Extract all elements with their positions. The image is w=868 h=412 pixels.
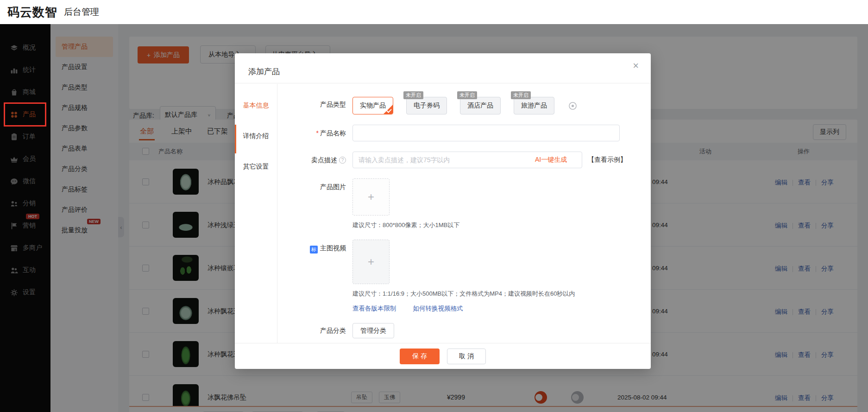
close-icon[interactable]: × bbox=[633, 61, 639, 71]
product-category-row: 产品分类 管理分类 bbox=[277, 323, 632, 338]
brand-logo: 码云数智 bbox=[7, 4, 57, 20]
main-video-label: 标主图视频 bbox=[277, 240, 346, 313]
required-mark: * bbox=[316, 129, 319, 137]
modal-title: 添加产品 bbox=[248, 66, 280, 77]
product-type-label: 产品类型 bbox=[277, 96, 346, 114]
not-enabled-badge: 未开启 bbox=[511, 91, 531, 99]
topbar: 码云数智 后台管理 bbox=[0, 0, 868, 24]
product-type-row: 产品类型 实物产品 电子券码 未开启 酒店产品 未开启 旅游产品 bbox=[277, 96, 632, 114]
product-category-label: 产品分类 bbox=[277, 323, 346, 338]
sell-point-row: 卖点描述? AI一键生成 【查看示例】 bbox=[277, 152, 632, 168]
save-button[interactable]: 保 存 bbox=[400, 349, 440, 364]
product-name-label: *产品名称 bbox=[277, 125, 346, 141]
sell-point-label: 卖点描述? bbox=[277, 152, 346, 168]
tab-detail-intro[interactable]: 详情介绍 bbox=[235, 128, 277, 159]
type-travel-product[interactable]: 旅游产品 bbox=[514, 97, 554, 114]
type-physical-product[interactable]: 实物产品 bbox=[352, 97, 393, 114]
manage-category-button[interactable]: 管理分类 bbox=[352, 323, 394, 338]
add-product-modal: 添加产品 × 基本信息 详情介绍 其它设置 产品类型 实物产品 电子券码 未开启 bbox=[235, 53, 651, 369]
product-name-row: *产品名称 bbox=[277, 125, 632, 141]
active-tab-indicator bbox=[235, 125, 236, 153]
tab-other-settings[interactable]: 其它设置 bbox=[235, 159, 277, 190]
product-name-input[interactable] bbox=[352, 125, 620, 141]
plus-icon: + bbox=[368, 255, 374, 268]
view-example-link[interactable]: 【查看示例】 bbox=[588, 156, 627, 164]
cancel-button[interactable]: 取 消 bbox=[447, 349, 486, 364]
modal-header: 添加产品 × bbox=[235, 53, 651, 83]
modal-body: 基本信息 详情介绍 其它设置 产品类型 实物产品 电子券码 未开启 酒店产品 bbox=[235, 84, 651, 343]
preview-eye-icon[interactable] bbox=[568, 101, 577, 110]
standard-badge: 标 bbox=[310, 246, 318, 254]
not-enabled-badge: 未开启 bbox=[457, 91, 477, 99]
help-icon[interactable]: ? bbox=[339, 157, 346, 164]
tab-basic-info[interactable]: 基本信息 bbox=[235, 98, 277, 128]
type-hotel-product[interactable]: 酒店产品 bbox=[460, 97, 501, 114]
main-video-row: 标主图视频 + 建议尺寸：1:1/16:9；大小500MB以下；文件格式为MP4… bbox=[277, 240, 632, 313]
screen: 码云数智 后台管理 概况 统计 商城 产品 订单 会员 微信 bbox=[0, 0, 868, 412]
video-upload-box[interactable]: + bbox=[352, 240, 390, 284]
product-image-row: 产品图片 + 建议尺寸：800*800像素；大小1MB以下 bbox=[277, 178, 632, 229]
image-upload-box[interactable]: + bbox=[352, 178, 390, 216]
version-limits-link[interactable]: 查看各版本限制 bbox=[352, 304, 396, 313]
plus-icon: + bbox=[368, 190, 374, 203]
modal-footer: 保 存 取 消 bbox=[235, 343, 651, 369]
convert-video-link[interactable]: 如何转换视频格式 bbox=[413, 304, 463, 313]
type-e-voucher[interactable]: 电子券码 bbox=[406, 97, 447, 114]
ai-generate-link[interactable]: AI一键生成 bbox=[535, 156, 567, 164]
modal-tabs: 基本信息 详情介绍 其它设置 bbox=[235, 84, 277, 343]
image-size-hint: 建议尺寸：800*800像素；大小1MB以下 bbox=[352, 221, 459, 229]
product-image-label: 产品图片 bbox=[277, 178, 346, 229]
video-size-hint: 建议尺寸：1:1/16:9；大小500MB以下；文件格式为MP4；建议视频时长在… bbox=[352, 290, 575, 298]
not-enabled-badge: 未开启 bbox=[403, 91, 423, 99]
page-title: 后台管理 bbox=[64, 6, 99, 18]
product-form: 产品类型 实物产品 电子券码 未开启 酒店产品 未开启 旅游产品 bbox=[277, 84, 651, 343]
